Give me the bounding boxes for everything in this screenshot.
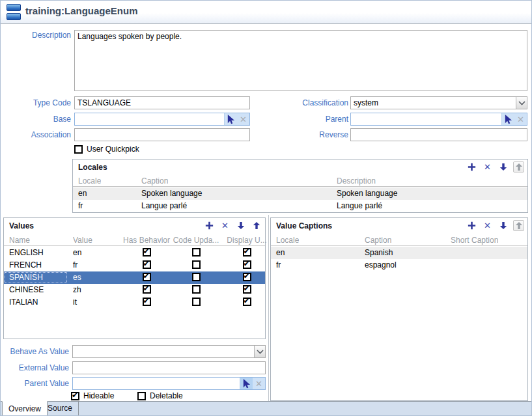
behave-as-value-label: Behave As Value (1, 345, 69, 358)
cell-caption: Spanish (365, 248, 393, 257)
association-label: Association (1, 128, 71, 141)
column-header[interactable]: Display U... (214, 236, 279, 245)
add-icon[interactable] (466, 220, 477, 231)
parent-value-value[interactable] (73, 378, 240, 389)
pane-divider[interactable] (268, 215, 269, 402)
locales-header: Locales ✕ (73, 159, 527, 176)
cell-value: zh (73, 285, 81, 294)
move-up-icon[interactable] (513, 161, 524, 173)
table-row[interactable]: fr Langue parlé Langue parlé (73, 200, 527, 212)
description-input[interactable]: Languages spoken by people. (74, 30, 527, 91)
display-update-checkbox[interactable] (243, 273, 251, 281)
has-behavior-checkbox[interactable] (143, 273, 151, 281)
values-column-headers: Name Value Has Behavior Code Upda... Dis… (4, 235, 265, 246)
pick-cursor-icon[interactable] (502, 113, 514, 125)
display-update-checkbox[interactable] (243, 248, 251, 257)
classification-select[interactable]: system (350, 96, 527, 109)
cell-locale: en (78, 189, 87, 198)
pick-cursor-icon[interactable] (240, 378, 253, 389)
external-value-input[interactable] (72, 361, 266, 374)
move-down-icon[interactable] (235, 220, 246, 231)
parent-value[interactable] (351, 113, 501, 125)
delete-icon[interactable]: ✕ (482, 161, 493, 173)
deletable-checkbox[interactable] (137, 392, 146, 400)
display-update-checkbox[interactable] (243, 298, 251, 306)
cell-locale: fr (276, 260, 281, 270)
code-update-checkbox[interactable] (192, 298, 201, 306)
reverse-label: Reverse (268, 128, 348, 141)
code-update-checkbox[interactable] (192, 273, 201, 281)
add-icon[interactable] (204, 220, 215, 231)
column-header[interactable]: Caption (141, 176, 168, 186)
table-row[interactable]: en Spoken language Spoken language (73, 187, 527, 200)
delete-icon[interactable]: ✕ (219, 220, 231, 231)
column-header[interactable]: Name (9, 236, 30, 245)
title-bar: training:LanguageEnum (1, 1, 531, 24)
values-panel: Values ✕ Name Value Has Behavior Code Up… (3, 217, 266, 339)
code-update-checkbox[interactable] (192, 248, 201, 257)
code-update-checkbox[interactable] (192, 285, 201, 294)
chevron-down-icon[interactable] (254, 346, 265, 357)
behave-as-value-select[interactable] (72, 345, 266, 358)
column-header[interactable]: Caption (365, 236, 391, 245)
tab-source[interactable]: Source (42, 401, 79, 416)
column-header[interactable]: Locale (276, 236, 299, 245)
value-captions-panel: Value Captions ✕ Locale Caption Short Ca… (270, 217, 528, 401)
clear-icon[interactable]: ✕ (514, 113, 527, 125)
cell-name: ENGLISH (9, 248, 44, 257)
has-behavior-checkbox[interactable] (143, 298, 151, 306)
reverse-input[interactable] (350, 128, 527, 141)
table-row[interactable]: CHINESE zh (4, 284, 265, 296)
type-code-label: Type Code (1, 96, 71, 109)
move-up-icon[interactable] (251, 220, 262, 231)
values-title: Values (9, 221, 34, 230)
user-quickpick-checkbox[interactable] (74, 145, 83, 154)
move-down-icon[interactable] (497, 161, 509, 173)
code-update-checkbox[interactable] (192, 260, 201, 269)
values-toolbar: ✕ (204, 220, 262, 231)
parent-pickfield[interactable]: ✕ (350, 113, 527, 126)
has-behavior-checkbox[interactable] (143, 260, 151, 269)
chevron-down-icon[interactable] (516, 97, 527, 109)
base-value[interactable] (75, 113, 224, 125)
table-row[interactable]: ENGLISH en (4, 247, 265, 259)
table-row[interactable]: ITALIAN it (4, 296, 265, 309)
table-row[interactable]: fr espagnol (271, 259, 527, 271)
table-row[interactable]: SPANISH es (4, 271, 265, 284)
hideable-checkbox[interactable] (71, 392, 79, 400)
parent-value-pickfield[interactable]: ✕ (72, 377, 266, 390)
tab-strip: Overview Source (1, 401, 531, 415)
base-pickfield[interactable]: ✕ (74, 113, 250, 126)
table-row[interactable]: FRENCH fr (4, 259, 265, 271)
has-behavior-checkbox[interactable] (143, 285, 151, 294)
external-value-label: External Value (1, 361, 69, 374)
value-captions-column-headers: Locale Caption Short Caption (271, 235, 527, 246)
type-code-input[interactable] (74, 96, 250, 109)
clear-icon[interactable]: ✕ (237, 113, 249, 125)
display-update-checkbox[interactable] (243, 285, 251, 294)
parent-label: Parent (268, 113, 348, 126)
column-header[interactable]: Short Caption (451, 236, 498, 245)
enum-type-icon (7, 4, 21, 21)
value-captions-header: Value Captions ✕ (271, 218, 527, 234)
classification-label: Classification (268, 96, 348, 109)
column-header[interactable]: Description (337, 176, 376, 186)
add-icon[interactable] (466, 161, 477, 173)
tab-overview[interactable]: Overview (2, 401, 48, 416)
pick-cursor-icon[interactable] (225, 113, 237, 125)
hideable-row: Hideable (71, 391, 114, 400)
display-update-checkbox[interactable] (243, 260, 251, 269)
locales-column-headers: Locale Caption Description (73, 176, 527, 187)
has-behavior-checkbox[interactable] (143, 248, 151, 257)
classification-value: system (351, 98, 516, 107)
cell-name: ITALIAN (9, 298, 38, 307)
hideable-label: Hideable (83, 391, 114, 400)
column-header[interactable]: Value (73, 236, 92, 245)
delete-icon[interactable]: ✕ (482, 220, 493, 231)
table-row[interactable]: en Spanish (271, 247, 527, 259)
move-up-icon[interactable] (513, 220, 524, 231)
clear-icon[interactable]: ✕ (253, 378, 265, 389)
column-header[interactable]: Locale (78, 176, 101, 186)
move-down-icon[interactable] (497, 220, 509, 231)
association-input[interactable] (74, 128, 250, 141)
